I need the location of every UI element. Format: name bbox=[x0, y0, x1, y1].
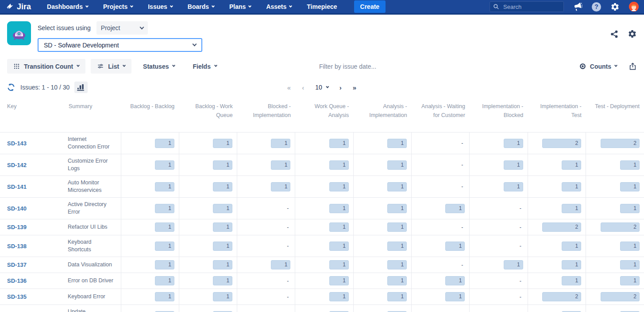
chevron-down-icon bbox=[212, 4, 215, 7]
count-bar: 1 bbox=[213, 222, 232, 232]
chevron-down-icon bbox=[139, 25, 144, 29]
nav-item-issues[interactable]: Issues bbox=[148, 3, 173, 10]
export-icon[interactable] bbox=[629, 62, 637, 70]
count-bar: 1 bbox=[504, 260, 523, 269]
user-avatar[interactable] bbox=[629, 2, 639, 12]
settings-gear-icon[interactable] bbox=[610, 2, 620, 12]
layout-dropdown[interactable]: List bbox=[91, 59, 131, 74]
jira-logo[interactable]: Jira bbox=[5, 2, 31, 12]
count-bar: 1 bbox=[562, 242, 581, 251]
nav-item-label: Timepiece bbox=[307, 3, 337, 10]
view-mode-label: Transition Count bbox=[24, 63, 73, 70]
view-mode-dropdown[interactable]: Transition Count bbox=[7, 59, 85, 74]
table-row: SD-135Keyboard Error11-111-22 bbox=[0, 289, 644, 305]
count-bar: 1 bbox=[620, 204, 640, 213]
table-row: SD-138Keyboard Shortcuts11-111-11 bbox=[0, 235, 644, 257]
fields-dropdown[interactable]: Fields bbox=[186, 59, 223, 74]
empty-count: - bbox=[287, 294, 290, 300]
count-bar: 1 bbox=[387, 292, 407, 301]
issue-key-link[interactable]: SD-143 bbox=[7, 140, 27, 147]
issue-key-link[interactable]: SD-137 bbox=[7, 261, 27, 268]
next-page-button[interactable]: › bbox=[339, 84, 342, 91]
column-header-analysis-implementation: Analysis - Implementation bbox=[353, 98, 411, 133]
share-icon[interactable] bbox=[610, 30, 619, 39]
count-bar: 1 bbox=[213, 292, 232, 301]
count-bar: 1 bbox=[620, 260, 640, 269]
issue-key-link[interactable]: SD-142 bbox=[7, 162, 27, 168]
count-bar: 1 bbox=[620, 276, 640, 285]
bar-chart-icon bbox=[77, 84, 85, 91]
issue-summary: Error on DB Driver bbox=[64, 273, 121, 289]
page-size-dropdown[interactable]: 10 bbox=[315, 84, 329, 91]
issue-key-link[interactable]: SD-138 bbox=[7, 243, 27, 250]
table-row: SD-139Refactor UI Libs11-11--22 bbox=[0, 219, 644, 235]
counts-label: Counts bbox=[590, 63, 611, 70]
column-header-test-deployment: Test - Deployment bbox=[586, 98, 644, 133]
chart-view-button[interactable] bbox=[74, 82, 88, 93]
count-bar: 1 bbox=[213, 276, 232, 285]
nav-item-timepiece[interactable]: Timepiece bbox=[307, 3, 337, 10]
statuses-dropdown[interactable]: Statuses bbox=[137, 59, 181, 74]
issue-summary: Refactor UI Libs bbox=[64, 219, 121, 235]
chevron-down-icon bbox=[130, 4, 133, 7]
count-bar: 1 bbox=[387, 242, 407, 251]
previous-page-button[interactable]: ‹ bbox=[302, 84, 305, 91]
top-navigation: Jira DashboardsProjectsIssuesBoardsPlans… bbox=[0, 0, 644, 15]
nav-item-dashboards[interactable]: Dashboards bbox=[47, 3, 88, 10]
count-bar: 1 bbox=[445, 242, 465, 251]
report-settings-gear-icon[interactable] bbox=[628, 29, 637, 39]
empty-count: - bbox=[287, 243, 290, 249]
refresh-icon[interactable] bbox=[7, 83, 15, 92]
table-row: SD-142Customize Error Logs11111-111 bbox=[0, 154, 644, 176]
issue-key-link[interactable]: SD-141 bbox=[7, 183, 27, 190]
empty-count: - bbox=[287, 224, 290, 230]
chevron-down-icon bbox=[85, 4, 89, 7]
fields-label: Fields bbox=[193, 63, 210, 70]
issue-date-filter-input[interactable] bbox=[318, 62, 464, 70]
count-bar: 1 bbox=[213, 260, 232, 269]
count-bar: 1 bbox=[329, 222, 349, 232]
empty-count: - bbox=[461, 162, 465, 168]
count-bar: 1 bbox=[562, 182, 581, 191]
issue-key-link[interactable]: SD-136 bbox=[7, 277, 27, 284]
nav-item-boards[interactable]: Boards bbox=[188, 3, 214, 10]
column-header-backlog-work-queue: Backlog - Work Queue bbox=[179, 98, 237, 133]
count-bar: 1 bbox=[387, 260, 407, 269]
count-bar: 1 bbox=[271, 182, 290, 191]
issue-key-link[interactable]: SD-140 bbox=[7, 205, 27, 212]
issue-key-link[interactable]: SD-139 bbox=[7, 224, 27, 230]
count-bar: 1 bbox=[387, 182, 407, 191]
project-dropdown[interactable]: SD - Sofware Development bbox=[38, 38, 202, 52]
column-header-blocked-implementation: Blocked - Implementation bbox=[237, 98, 295, 133]
last-page-button[interactable]: » bbox=[353, 84, 357, 91]
table-row: SD-136Error on DB Driver11-111-11 bbox=[0, 273, 644, 289]
search-box bbox=[490, 1, 564, 12]
count-bar: 2 bbox=[601, 222, 640, 232]
empty-count: - bbox=[287, 278, 290, 284]
first-page-button[interactable]: « bbox=[287, 84, 291, 91]
announcements-icon[interactable] bbox=[573, 2, 582, 12]
empty-count: - bbox=[461, 183, 465, 190]
count-bar: 1 bbox=[155, 222, 174, 232]
create-button[interactable]: Create bbox=[354, 0, 386, 13]
count-bar: 1 bbox=[620, 242, 640, 251]
count-bar: 1 bbox=[213, 182, 232, 191]
count-bar: 1 bbox=[562, 276, 581, 285]
count-bar: 1 bbox=[155, 242, 174, 251]
counts-dropdown[interactable]: Counts bbox=[579, 62, 617, 70]
nav-item-label: Plans bbox=[229, 3, 246, 10]
count-bar: 1 bbox=[387, 222, 407, 232]
issue-source-dropdown[interactable]: Project bbox=[96, 21, 148, 35]
counts-target-icon bbox=[579, 62, 586, 70]
nav-item-plans[interactable]: Plans bbox=[229, 3, 251, 10]
count-bar: 1 bbox=[387, 139, 407, 148]
help-icon[interactable]: ? bbox=[592, 2, 601, 12]
count-bar: 1 bbox=[155, 276, 174, 285]
issue-key-link[interactable]: SD-135 bbox=[7, 293, 27, 300]
nav-item-projects[interactable]: Projects bbox=[103, 3, 133, 10]
nav-item-assets[interactable]: Assets bbox=[266, 3, 292, 10]
search-input[interactable] bbox=[490, 1, 564, 12]
nav-item-label: Boards bbox=[188, 3, 209, 10]
empty-count: - bbox=[520, 294, 523, 300]
count-bar: 1 bbox=[155, 292, 174, 301]
